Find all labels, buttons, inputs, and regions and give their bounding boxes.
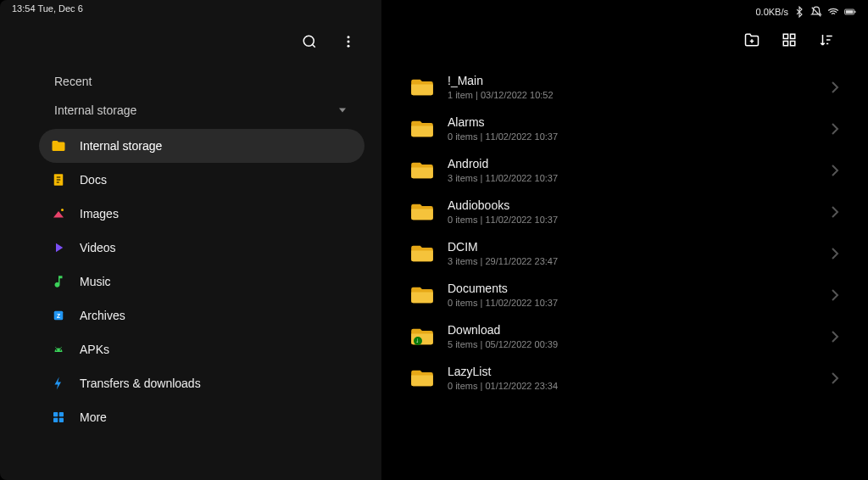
folder-meta: 3 items | 11/02/2022 10:37 bbox=[448, 173, 817, 183]
sidebar: Recent Internal storage Internal storage… bbox=[0, 0, 381, 480]
folder-row[interactable]: Download5 items | 05/12/2022 00:39 bbox=[398, 315, 851, 357]
nav-item-label: Images bbox=[80, 207, 119, 220]
chevron-right-icon bbox=[831, 330, 839, 343]
svg-line-4 bbox=[312, 44, 314, 47]
folder-name: Audiobooks bbox=[448, 198, 817, 212]
svg-rect-19 bbox=[53, 412, 58, 416]
view-grid-button[interactable] bbox=[782, 32, 797, 51]
nav-item-label: Music bbox=[80, 275, 111, 288]
apks-icon bbox=[51, 342, 66, 357]
status-bar: 13:54 Tue, Dec 6 0.0KB/s bbox=[0, 0, 868, 20]
music-icon bbox=[51, 274, 66, 289]
storage-dropdown[interactable]: Internal storage bbox=[0, 97, 381, 124]
folder-icon bbox=[410, 285, 434, 305]
folder-meta: 0 items | 11/02/2022 10:37 bbox=[448, 131, 817, 142]
folder-row[interactable]: Android3 items | 11/02/2022 10:37 bbox=[398, 149, 851, 191]
folder-icon bbox=[410, 160, 434, 181]
more-icon bbox=[51, 410, 66, 425]
sort-icon bbox=[819, 32, 834, 47]
svg-line-17 bbox=[55, 347, 57, 349]
folder-name: Documents bbox=[448, 282, 817, 295]
svg-rect-28 bbox=[791, 42, 795, 46]
sort-button[interactable] bbox=[819, 32, 834, 51]
nav-item-label: Archives bbox=[80, 309, 125, 322]
nav-item-label: Internal storage bbox=[80, 139, 162, 153]
svg-point-6 bbox=[348, 41, 350, 43]
nav-apks[interactable]: APKs bbox=[39, 332, 364, 366]
chevron-right-icon bbox=[831, 81, 839, 94]
videos-icon bbox=[51, 240, 66, 255]
folder-icon bbox=[410, 77, 434, 98]
nav-videos[interactable]: Videos bbox=[39, 231, 364, 265]
svg-point-7 bbox=[348, 45, 350, 47]
chevron-right-icon bbox=[831, 122, 839, 136]
folder-row[interactable]: LazyList0 items | 01/12/2022 23:34 bbox=[398, 357, 851, 399]
status-time: 13:54 Tue, Dec 6 bbox=[12, 3, 83, 20]
nav-list: Internal storage Docs Images Videos bbox=[0, 124, 381, 434]
nav-docs[interactable]: Docs bbox=[39, 163, 364, 197]
folder-icon bbox=[410, 202, 434, 222]
nav-music[interactable]: Music bbox=[39, 265, 364, 299]
folder-icon bbox=[410, 327, 434, 347]
nav-archives[interactable]: Z Archives bbox=[39, 299, 364, 332]
folder-info: Android3 items | 11/02/2022 10:37 bbox=[448, 157, 817, 183]
folder-icon bbox=[410, 243, 434, 264]
status-icons: 0.0KB/s bbox=[755, 3, 856, 20]
folder-row[interactable]: Documents0 items | 11/02/2022 10:37 bbox=[398, 274, 851, 315]
search-button[interactable] bbox=[302, 34, 317, 53]
svg-rect-26 bbox=[791, 34, 795, 38]
folder-meta: 3 items | 29/11/2022 23:47 bbox=[448, 256, 817, 266]
folder-info: Documents0 items | 11/02/2022 10:37 bbox=[448, 282, 817, 308]
nav-transfers[interactable]: Transfers & downloads bbox=[39, 366, 364, 400]
svg-rect-2 bbox=[854, 11, 855, 13]
folder-info: Alarms0 items | 11/02/2022 10:37 bbox=[448, 115, 817, 142]
svg-point-5 bbox=[348, 36, 350, 38]
svg-rect-1 bbox=[846, 10, 854, 14]
nav-item-label: Videos bbox=[80, 241, 116, 254]
network-speed: 0.0KB/s bbox=[755, 7, 788, 17]
nav-item-label: APKs bbox=[80, 343, 109, 356]
folder-row[interactable]: Audiobooks0 items | 11/02/2022 10:37 bbox=[398, 191, 851, 232]
main-content: !_Main1 item | 03/12/2022 10:52Alarms0 i… bbox=[381, 0, 868, 480]
dnd-icon bbox=[810, 6, 822, 18]
search-icon bbox=[302, 34, 317, 49]
folder-name: LazyList bbox=[448, 365, 817, 378]
docs-icon bbox=[51, 172, 66, 187]
svg-text:Z: Z bbox=[57, 313, 60, 319]
svg-point-16 bbox=[60, 349, 62, 351]
nav-more[interactable]: More bbox=[39, 400, 364, 434]
nav-internal-storage[interactable]: Internal storage bbox=[39, 129, 364, 163]
nav-item-label: More bbox=[80, 410, 107, 424]
new-folder-button[interactable] bbox=[744, 32, 760, 51]
folder-meta: 0 items | 11/02/2022 10:37 bbox=[448, 298, 817, 308]
folder-icon bbox=[410, 119, 434, 139]
more-options-button[interactable] bbox=[341, 34, 356, 53]
folder-meta: 0 items | 11/02/2022 10:37 bbox=[448, 215, 817, 225]
svg-point-3 bbox=[303, 36, 314, 46]
folder-icon bbox=[410, 368, 434, 388]
archives-icon: Z bbox=[51, 308, 66, 323]
folder-info: LazyList0 items | 01/12/2022 23:34 bbox=[448, 365, 817, 391]
svg-point-15 bbox=[56, 349, 58, 351]
folder-info: !_Main1 item | 03/12/2022 10:52 bbox=[448, 74, 817, 100]
folder-list: !_Main1 item | 03/12/2022 10:52Alarms0 i… bbox=[381, 63, 868, 480]
folder-row[interactable]: DCIM3 items | 29/11/2022 23:47 bbox=[398, 232, 851, 274]
new-folder-icon bbox=[744, 32, 760, 47]
dropdown-caret-icon bbox=[339, 107, 346, 114]
folder-name: Alarms bbox=[448, 115, 817, 129]
folder-name: Android bbox=[448, 157, 817, 170]
folder-meta: 1 item | 03/12/2022 10:52 bbox=[448, 90, 817, 100]
svg-point-12 bbox=[61, 209, 64, 211]
folder-icon bbox=[51, 138, 66, 153]
nav-item-label: Docs bbox=[80, 173, 107, 187]
nav-images[interactable]: Images bbox=[39, 197, 364, 231]
chevron-right-icon bbox=[831, 205, 839, 219]
recent-section[interactable]: Recent bbox=[0, 66, 381, 97]
storage-dropdown-label: Internal storage bbox=[54, 103, 136, 117]
folder-row[interactable]: Alarms0 items | 11/02/2022 10:37 bbox=[398, 108, 851, 149]
svg-rect-25 bbox=[783, 34, 787, 38]
folder-row[interactable]: !_Main1 item | 03/12/2022 10:52 bbox=[398, 66, 851, 108]
svg-rect-20 bbox=[59, 412, 64, 416]
folder-info: DCIM3 items | 29/11/2022 23:47 bbox=[448, 240, 817, 266]
chevron-right-icon bbox=[831, 288, 839, 302]
